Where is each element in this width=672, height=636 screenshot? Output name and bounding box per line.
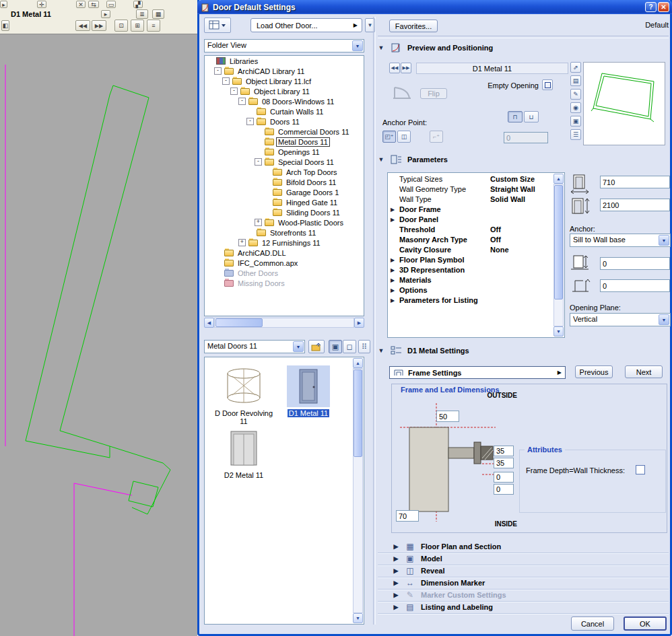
tree-hscrollbar[interactable]: ◀ ▶	[204, 318, 364, 328]
scroll-up-icon[interactable]: ▲	[353, 358, 363, 368]
settings-list-icon[interactable]: ≡	[147, 20, 160, 32]
expand-arrow-icon[interactable]: ▶	[391, 295, 395, 306]
scroll-left-icon[interactable]: ◀	[204, 318, 214, 328]
expand-arrow-icon[interactable]: ▶	[391, 205, 395, 215]
previous-object-button[interactable]: ◀◀	[389, 63, 400, 73]
expand-arrow-icon[interactable]: ▶	[391, 255, 395, 265]
frame-dim1-field[interactable]	[494, 446, 514, 456]
floor-plan-canvas[interactable]	[0, 34, 197, 636]
parameter-row[interactable]: ▶Floor Plan Symbol	[388, 255, 553, 265]
scroll-thumb[interactable]	[215, 318, 263, 327]
next-object-button[interactable]: ▶▶	[401, 63, 411, 73]
section-reveal[interactable]: ▶◫Reveal	[378, 565, 669, 577]
collapse-icon[interactable]: -	[230, 87, 238, 95]
header-offset-field[interactable]	[600, 279, 670, 292]
tree-item[interactable]: Other Doors	[205, 268, 364, 278]
favorites-button[interactable]: Favorites...	[389, 20, 438, 32]
frame-dim2-field[interactable]	[494, 458, 514, 468]
collapse-icon[interactable]: -	[246, 118, 254, 125]
thumbnail-item[interactable]: D1 Metal 11	[277, 365, 339, 417]
detail-view-button[interactable]: ◻	[343, 340, 356, 353]
parameter-row[interactable]: ▶3D Representation	[388, 265, 553, 275]
library-tree[interactable]: Libraries-ArchiCAD Library 11-Object Lib…	[204, 55, 364, 316]
frame-dim3-field[interactable]	[494, 472, 514, 483]
scroll-right-icon[interactable]: ▶	[354, 318, 364, 328]
tree-item[interactable]: -Special Doors 11	[205, 157, 364, 167]
empty-opening-toggle[interactable]	[542, 79, 553, 90]
section-dimension-marker[interactable]: ▶↔Dimension Marker	[378, 577, 669, 590]
expand-arrow-icon[interactable]: ▶	[391, 215, 395, 225]
list-view-icon[interactable]: ≣	[136, 9, 148, 19]
collapse-triangle-icon[interactable]: ▼	[378, 156, 384, 163]
section-parameters[interactable]: ▼ Parameters	[378, 153, 669, 166]
frame-bottom-field[interactable]	[396, 510, 419, 522]
grid-view-icon[interactable]: ▦	[152, 9, 164, 19]
preview-axon-icon[interactable]: ⇗	[570, 62, 581, 73]
scroll-thumb[interactable]	[554, 185, 563, 299]
load-other-door-button[interactable]: Load Other Door... ▶	[250, 18, 362, 32]
dialog-titlebar[interactable]: Door Default Settings ? ✕	[197, 0, 672, 14]
sill-offset-field[interactable]	[600, 257, 670, 270]
anchor-offset-icon-button[interactable]: ⌐⁺	[430, 131, 443, 143]
collapse-triangle-icon[interactable]: ▼	[378, 347, 384, 354]
panel-divider[interactable]	[373, 17, 376, 625]
tree-item[interactable]: Openings 11	[205, 147, 364, 157]
expand-triangle-icon[interactable]: ▶	[393, 555, 399, 562]
frame-dim4-field[interactable]	[494, 484, 514, 495]
parameter-row[interactable]: ▶Door Frame	[388, 205, 553, 215]
anchor-offset-field[interactable]	[504, 132, 548, 143]
anchor-side-left-button[interactable]: ⊓	[508, 111, 523, 122]
tree-item[interactable]: Arch Top Doors	[205, 167, 364, 177]
parameter-row[interactable]: Masonry Arch TypeOff	[388, 235, 553, 245]
tree-item[interactable]: Metal Doors 11	[205, 137, 364, 147]
object-thumbnail-list[interactable]: ▲ ▼ D Door Revolving 11D1 Metal 11D2 Met…	[204, 357, 364, 625]
parameter-row[interactable]: ThresholdOff	[388, 225, 553, 235]
tree-item[interactable]: Garage Doors 1	[205, 187, 364, 197]
swap-tool-icon[interactable]: ⇆	[88, 1, 99, 8]
collapse-icon[interactable]: -	[222, 77, 230, 85]
parameter-row[interactable]: ▶Door Panel	[388, 215, 553, 225]
parameter-row[interactable]: Typical SizesCustom Size	[388, 174, 553, 184]
tree-item[interactable]: ArchiCAD.DLL	[205, 248, 364, 258]
door-width-field[interactable]	[600, 176, 670, 188]
next-page-button[interactable]: Next	[625, 365, 663, 378]
parameter-row[interactable]: Cavity ClosureNone	[388, 245, 553, 255]
collapse-triangle-icon[interactable]: ▼	[378, 44, 384, 51]
anchor-point-center-button[interactable]: ◫	[397, 131, 411, 143]
tree-item[interactable]: Sliding Doors 11	[205, 207, 364, 217]
section-listing-and-labeling[interactable]: ▶▤Listing and Labeling	[378, 601, 669, 614]
tree-item[interactable]: Storefronts 11	[205, 227, 364, 238]
thumbnail-item[interactable]: D2 Metal 11	[213, 427, 275, 479]
anchor-side-right-button[interactable]: ⊔	[524, 111, 539, 122]
expand-triangle-icon[interactable]: ▶	[393, 604, 399, 610]
tree-item[interactable]: -Object Library 11.lcf	[205, 76, 364, 86]
toolbar-icon[interactable]: ▸	[0, 1, 7, 8]
object-preview-pane[interactable]	[583, 62, 665, 145]
scroll-down-icon[interactable]: ▼	[353, 613, 363, 623]
section-preview-positioning[interactable]: ▼ Preview and Positioning	[378, 41, 669, 55]
opening-plane-dropdown[interactable]: Vertical ▼	[570, 313, 671, 326]
preview-floorplan-icon[interactable]: ▤	[570, 75, 581, 86]
parameter-row[interactable]: Wall Geometry TypeStraight Wall	[388, 184, 553, 195]
tree-item[interactable]: -Object Library 11	[205, 86, 364, 96]
thumb-vscrollbar[interactable]: ▲ ▼	[353, 358, 363, 623]
preview-section-icon[interactable]: ✎	[570, 89, 581, 100]
door-height-field[interactable]	[600, 199, 670, 211]
frame-top-field[interactable]	[436, 411, 459, 422]
collapse-icon[interactable]: -	[214, 67, 222, 75]
tool-icon[interactable]: ▞	[133, 1, 143, 8]
thumbnail-view-button[interactable]: ▣	[329, 340, 342, 353]
tree-item[interactable]: Missing Doors	[205, 278, 364, 288]
tool-icon[interactable]: ▭	[106, 1, 116, 8]
frame-depth-checkbox[interactable]	[636, 465, 645, 474]
cancel-button[interactable]: Cancel	[571, 616, 614, 631]
scroll-up-icon[interactable]: ▲	[553, 174, 564, 184]
expand-arrow-icon[interactable]: ▶	[391, 265, 395, 275]
parameter-list[interactable]: ▲ ▼ Typical SizesCustom SizeWall Geometr…	[387, 172, 565, 338]
tree-item[interactable]: -08 Doors-Windows 11	[205, 96, 364, 106]
section-d1-metal-settings[interactable]: ▼ D1 Metal Settings	[378, 344, 669, 357]
expand-arrow-icon[interactable]: ▶	[391, 285, 395, 295]
current-folder-dropdown[interactable]: Metal Doors 11 ▼	[204, 340, 305, 353]
ok-button[interactable]: OK	[624, 616, 667, 631]
parameter-row[interactable]: ▶Parameters for Listing	[388, 295, 553, 306]
